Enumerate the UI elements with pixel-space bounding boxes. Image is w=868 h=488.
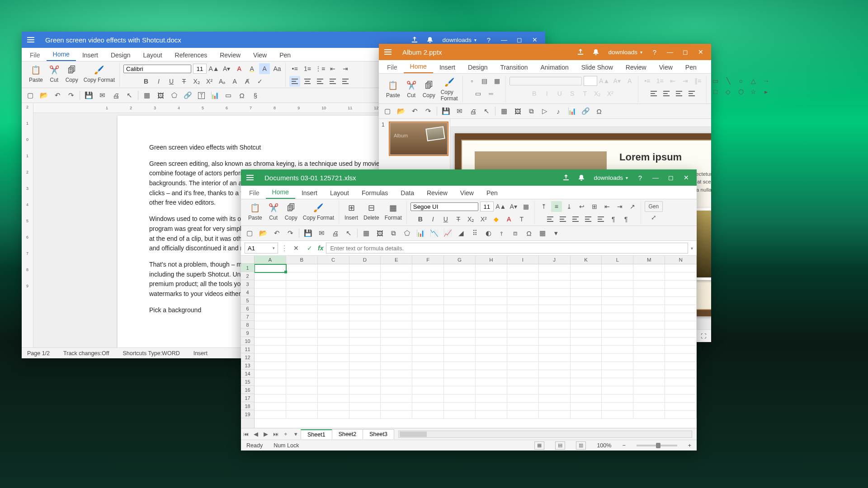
cell[interactable] <box>255 370 286 378</box>
undo-icon[interactable]: ↶ <box>52 89 63 101</box>
cell[interactable] <box>665 289 697 297</box>
row-header-9[interactable]: 9 <box>241 329 254 337</box>
cell[interactable] <box>665 321 697 329</box>
first-sheet-button[interactable]: ⏮ <box>241 431 251 437</box>
row-header-5[interactable]: 5 <box>241 296 254 305</box>
cell[interactable] <box>286 329 318 338</box>
row-header-1[interactable]: 1 <box>241 264 254 272</box>
indent-dec-button[interactable]: ⇤ <box>602 201 613 212</box>
cell[interactable] <box>633 386 665 394</box>
cell[interactable] <box>412 321 444 329</box>
cell[interactable] <box>633 378 665 386</box>
cell[interactable] <box>318 403 349 411</box>
row-headers[interactable]: 12345678910111213141516171819 <box>241 256 255 428</box>
cell[interactable] <box>381 305 412 313</box>
cell[interactable] <box>539 264 571 272</box>
shape-square-icon[interactable]: □ <box>710 86 721 97</box>
table-icon[interactable]: ▦ <box>498 105 510 117</box>
cell[interactable] <box>602 289 633 297</box>
cell[interactable] <box>507 354 539 362</box>
redo-icon[interactable]: ↷ <box>422 105 434 117</box>
justify-button[interactable] <box>583 214 594 225</box>
cell[interactable] <box>665 272 697 281</box>
screenshot-icon[interactable]: ⧉ <box>525 105 537 117</box>
cell[interactable] <box>633 281 665 289</box>
cell[interactable] <box>602 354 633 362</box>
symbol-icon[interactable]: Ω <box>593 105 605 117</box>
cell[interactable] <box>633 264 665 272</box>
new-doc-icon[interactable]: ▢ <box>244 227 255 239</box>
numbering-button[interactable]: 1≡ <box>302 63 313 74</box>
row-header-16[interactable]: 16 <box>241 386 254 394</box>
chart-line-icon[interactable]: 📈 <box>442 227 453 239</box>
cell[interactable] <box>286 370 318 378</box>
help-icon[interactable]: ? <box>632 169 648 186</box>
duplicate-button[interactable]: ▫▫ <box>486 88 496 99</box>
distribute-button[interactable] <box>340 76 351 87</box>
cell[interactable] <box>318 370 349 378</box>
downloads-menu[interactable]: downloads▾ <box>438 37 481 43</box>
subscript-button[interactable]: X₂ <box>191 76 202 87</box>
justify-button[interactable] <box>327 76 338 87</box>
close-button[interactable]: ✕ <box>693 44 708 60</box>
cell[interactable] <box>412 281 444 289</box>
image-icon[interactable]: 🖼 <box>155 89 166 101</box>
cell[interactable] <box>318 305 349 313</box>
cell[interactable] <box>539 329 571 338</box>
expand-button[interactable]: ⤢ <box>648 212 659 223</box>
tab-layout[interactable]: Layout <box>137 49 169 61</box>
cell[interactable] <box>602 297 633 305</box>
fx-icon[interactable]: fx <box>318 244 323 252</box>
cell[interactable] <box>286 362 318 370</box>
cell[interactable] <box>507 394 539 403</box>
last-sheet-button[interactable]: ⏭ <box>271 431 281 437</box>
cell[interactable] <box>539 305 571 313</box>
cell-reference-box[interactable]: A1▾ <box>245 243 278 253</box>
subscript-button[interactable]: X₂ <box>466 214 476 225</box>
col-header-F[interactable]: F <box>412 256 444 264</box>
cell[interactable] <box>444 272 476 281</box>
format-painter-button[interactable]: ✓ <box>255 76 265 87</box>
superscript-button[interactable]: X² <box>204 76 215 87</box>
email-icon[interactable]: ✉ <box>316 227 327 239</box>
strikethrough-button[interactable]: T <box>179 76 189 87</box>
cell[interactable] <box>381 403 412 411</box>
cell[interactable] <box>444 370 476 378</box>
cell[interactable] <box>602 305 633 313</box>
col-header-B[interactable]: B <box>286 256 318 264</box>
cell[interactable] <box>444 321 476 329</box>
cell[interactable] <box>286 394 318 403</box>
font-size-select[interactable] <box>480 202 494 211</box>
track-changes-indicator[interactable]: Track changes:Off <box>63 350 109 357</box>
share-icon[interactable] <box>558 169 574 186</box>
save-icon[interactable]: 💾 <box>440 105 452 117</box>
cell[interactable] <box>602 321 633 329</box>
reset-layout-button[interactable]: ▦ <box>492 75 503 86</box>
cell[interactable] <box>444 289 476 297</box>
new-slide-button[interactable]: ▫ <box>467 75 477 86</box>
cell[interactable] <box>507 264 539 272</box>
cell[interactable] <box>507 370 539 378</box>
email-icon[interactable]: ✉ <box>96 89 108 101</box>
cell[interactable] <box>444 313 476 321</box>
cell[interactable] <box>539 321 571 329</box>
cell[interactable] <box>539 411 571 419</box>
chart-icon[interactable]: 📊 <box>209 89 221 101</box>
tab-view[interactable]: View <box>247 49 273 61</box>
cell[interactable] <box>476 264 507 272</box>
number-format-select[interactable]: Gen <box>645 201 663 212</box>
cell[interactable] <box>665 329 697 338</box>
filter-icon[interactable]: ▾ <box>550 227 562 239</box>
cut-button[interactable]: ✂️Cut <box>47 63 62 84</box>
cells-area[interactable] <box>255 264 697 419</box>
copy-button[interactable]: 🗐Copy <box>283 201 299 222</box>
redo-icon[interactable]: ↷ <box>284 227 296 239</box>
cell[interactable] <box>665 362 697 370</box>
shape-star-icon[interactable]: ☆ <box>748 86 759 97</box>
cell[interactable] <box>286 321 318 329</box>
shape-more-icon[interactable]: ▸ <box>761 86 772 97</box>
shape-rect-icon[interactable]: ▭ <box>710 75 721 86</box>
sheet-tab-sheet3[interactable]: Sheet3 <box>363 429 394 439</box>
cell[interactable] <box>349 378 381 386</box>
cell[interactable] <box>539 386 571 394</box>
